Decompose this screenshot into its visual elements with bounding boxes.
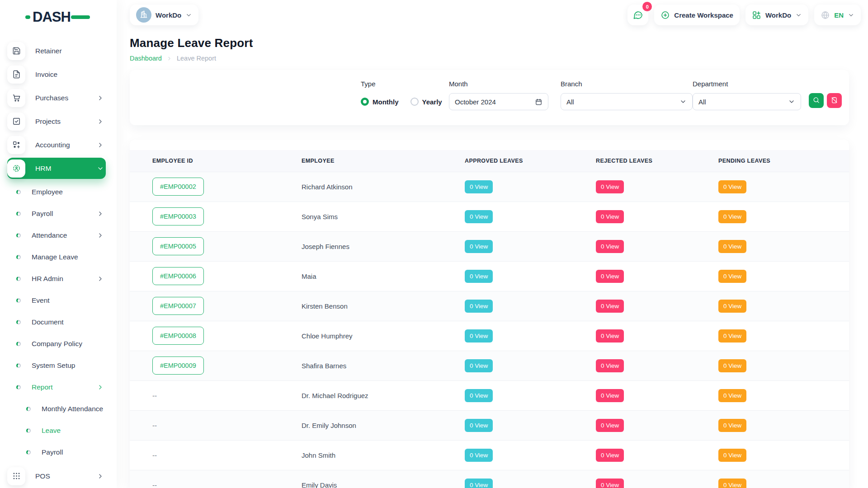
sidebar-item-document[interactable]: Document	[7, 311, 106, 333]
pending-leaves-view-badge[interactable]: 0 View	[718, 210, 746, 223]
approved-leaves-view-badge[interactable]: 0 View	[465, 300, 493, 313]
employee-id-button[interactable]: #EMP00007	[152, 297, 204, 315]
sidebar-item-retainer[interactable]: Retainer	[7, 40, 106, 61]
department-filter-group: Department All	[693, 80, 801, 110]
pending-leaves-view-badge[interactable]: 0 View	[718, 240, 746, 253]
pending-leaves-view-badge[interactable]: 0 View	[718, 300, 746, 313]
approved-leaves-view-badge[interactable]: 0 View	[465, 329, 493, 343]
sidebar-item-hrm[interactable]: HRM	[7, 158, 106, 179]
sidebar-item-purchases[interactable]: Purchases	[7, 87, 106, 108]
sidebar-item-pos[interactable]: POS	[7, 465, 106, 487]
radio-monthly[interactable]: Monthly	[361, 98, 399, 106]
workspace-selector[interactable]: WorkDo	[130, 5, 198, 25]
sidebar-item-label: Accounting	[35, 141, 97, 149]
branch-label: Branch	[561, 80, 693, 88]
messages-button[interactable]: 0	[627, 5, 648, 25]
bullet-icon	[16, 385, 21, 389]
clipboard-off-icon	[830, 96, 838, 105]
approved-leaves-view-badge[interactable]: 0 View	[465, 180, 493, 193]
employee-id-button[interactable]: #EMP00006	[152, 267, 204, 285]
pending-leaves-view-badge[interactable]: 0 View	[718, 419, 746, 432]
sidebar-item-payroll[interactable]: Payroll	[7, 203, 106, 225]
pending-leaves-view-badge[interactable]: 0 View	[718, 270, 746, 283]
sidebar-item-employee[interactable]: Employee	[7, 181, 106, 203]
chevron-right-icon	[97, 275, 104, 282]
radio-selected-icon	[361, 98, 369, 106]
employee-id-button[interactable]: #EMP00005	[152, 237, 204, 255]
sidebar-item-hr-admin[interactable]: HR Admin	[7, 268, 106, 290]
sidebar-item-manage-leave[interactable]: Manage Leave	[7, 246, 106, 268]
workdo-menu-label: WorkDo	[765, 11, 791, 19]
pending-leaves-view-badge[interactable]: 0 View	[718, 389, 746, 402]
employee-id-button[interactable]: #EMP00002	[152, 178, 204, 196]
page-title: Manage Leave Report	[130, 36, 849, 50]
sidebar-item-projects[interactable]: Projects	[7, 111, 106, 132]
sidebar-item-label: Report	[32, 383, 97, 391]
pending-leaves-view-badge[interactable]: 0 View	[718, 479, 746, 488]
month-value: October 2024	[455, 98, 496, 106]
employee-id-button[interactable]: #EMP00003	[152, 207, 204, 225]
rejected-leaves-view-badge[interactable]: 0 View	[596, 359, 624, 372]
sidebar-item-leave[interactable]: Leave	[7, 420, 106, 441]
rejected-leaves-view-badge[interactable]: 0 View	[596, 329, 624, 343]
sidebar-item-report[interactable]: Report	[7, 376, 106, 398]
rejected-leaves-view-badge[interactable]: 0 View	[596, 210, 624, 223]
sidebar-menu: RetainerInvoicePurchasesProjectsAccounti…	[0, 30, 117, 488]
bullet-icon	[16, 363, 21, 368]
sidebar-item-label: System Setup	[32, 361, 106, 370]
approved-leaves-view-badge[interactable]: 0 View	[465, 210, 493, 223]
breadcrumb-dashboard-link[interactable]: Dashboard	[130, 55, 162, 62]
pending-leaves-view-badge[interactable]: 0 View	[718, 329, 746, 343]
workspace-avatar	[136, 7, 151, 23]
app-root: DASH RetainerInvoicePurchasesProjectsAcc…	[0, 0, 868, 488]
sidebar-item-payroll-report[interactable]: Payroll	[7, 441, 106, 463]
reset-button[interactable]	[827, 93, 842, 108]
approved-leaves-view-badge[interactable]: 0 View	[465, 479, 493, 488]
branch-select[interactable]: All	[561, 93, 693, 110]
create-workspace-button[interactable]: Create Workspace	[654, 5, 740, 25]
sidebar-item-system-setup[interactable]: System Setup	[7, 355, 106, 376]
sidebar-item-accounting[interactable]: Accounting	[7, 134, 106, 155]
workdo-menu-button[interactable]: WorkDo	[745, 5, 808, 25]
employee-id-button[interactable]: #EMP00008	[152, 327, 204, 345]
breadcrumb: Dashboard Leave Report	[130, 55, 849, 62]
rejected-leaves-view-badge[interactable]: 0 View	[596, 389, 624, 402]
sidebar-item-label: Leave	[42, 427, 106, 435]
sidebar-item-company-policy[interactable]: Company Policy	[7, 333, 106, 355]
search-button[interactable]	[809, 93, 824, 108]
approved-leaves-view-badge[interactable]: 0 View	[465, 270, 493, 283]
approved-leaves-view-badge[interactable]: 0 View	[465, 240, 493, 253]
approved-leaves-view-badge[interactable]: 0 View	[465, 359, 493, 372]
sidebar-item-attendance[interactable]: Attendance	[7, 225, 106, 246]
rejected-leaves-view-badge[interactable]: 0 View	[596, 449, 624, 462]
employee-id-button[interactable]: #EMP00009	[152, 357, 204, 375]
rejected-leaves-view-badge[interactable]: 0 View	[596, 240, 624, 253]
sidebar-item-monthly-attendance[interactable]: Monthly Attendance	[7, 398, 106, 420]
sidebar-item-invoice[interactable]: Invoice	[7, 64, 106, 85]
employee-name: Joseph Fiennes	[302, 243, 349, 250]
rejected-leaves-view-badge[interactable]: 0 View	[596, 270, 624, 283]
chevron-down-icon	[788, 98, 795, 105]
language-selector[interactable]: EN	[814, 5, 861, 25]
approved-leaves-view-badge[interactable]: 0 View	[465, 449, 493, 462]
pending-leaves-view-badge[interactable]: 0 View	[718, 180, 746, 193]
pending-leaves-view-badge[interactable]: 0 View	[718, 449, 746, 462]
column-header-pending-leaves: PENDING LEAVES	[718, 150, 849, 172]
pending-leaves-view-badge[interactable]: 0 View	[718, 359, 746, 372]
approved-leaves-view-badge[interactable]: 0 View	[465, 419, 493, 432]
employee-name: Dr. Emily Johnson	[302, 422, 356, 429]
rejected-leaves-view-badge[interactable]: 0 View	[596, 419, 624, 432]
rejected-leaves-view-badge[interactable]: 0 View	[596, 180, 624, 193]
rejected-leaves-view-badge[interactable]: 0 View	[596, 300, 624, 313]
department-select[interactable]: All	[693, 93, 801, 110]
approved-leaves-view-badge[interactable]: 0 View	[465, 389, 493, 402]
radio-yearly[interactable]: Yearly	[410, 98, 442, 106]
sidebar-item-label: Purchases	[35, 94, 97, 102]
brand-logo[interactable]: DASH	[0, 6, 117, 30]
leave-report-table: EMPLOYEE ID EMPLOYEE APPROVED LEAVES REJ…	[130, 150, 849, 488]
sidebar-item-event[interactable]: Event	[7, 290, 106, 311]
check-square-icon	[7, 113, 25, 131]
month-input[interactable]: October 2024	[449, 93, 548, 110]
leave-table-body: #EMP00002Richard Atkinson0 View0 View0 V…	[130, 172, 849, 488]
rejected-leaves-view-badge[interactable]: 0 View	[596, 479, 624, 488]
